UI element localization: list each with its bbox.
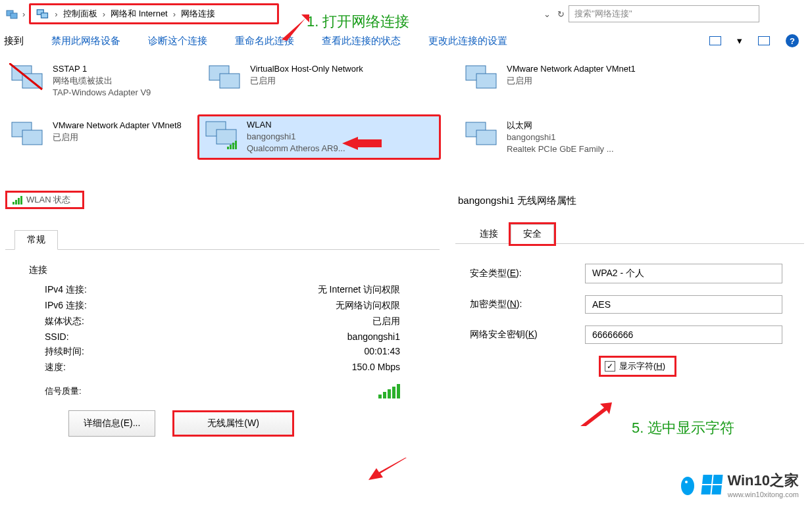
breadcrumb[interactable]: › 控制面板 › 网络和 Internet › 网络连接 <box>29 3 279 24</box>
toolbar-item[interactable]: 接到 <box>4 35 24 47</box>
search-input[interactable]: 搜索"网络连接" <box>569 5 759 22</box>
svg-marker-25 <box>580 402 612 426</box>
value-ipv4: 无 Internet 访问权限 <box>318 284 400 296</box>
connection-device: Realtek PCIe GbE Family ... <box>507 143 614 155</box>
connection-name: VMware Network Adapter VMnet1 <box>507 63 636 75</box>
toolbar-change-settings[interactable]: 更改此连接的设置 <box>428 35 507 47</box>
chevron-down-icon[interactable]: ⌄ <box>544 9 551 19</box>
network-adapter-icon <box>9 120 46 153</box>
details-button[interactable]: 详细信息(E)... <box>68 410 155 437</box>
dialog-title: WLAN 状态 <box>5 191 84 209</box>
value-duration: 00:01:43 <box>365 346 401 358</box>
network-adapter-icon <box>463 120 500 153</box>
svg-rect-1 <box>11 13 17 18</box>
checkbox-label: 显示字符(H) <box>619 360 665 372</box>
tab-security[interactable]: 安全 <box>511 224 554 244</box>
breadcrumb-item[interactable]: 网络连接 <box>181 8 215 20</box>
network-adapter-icon <box>203 119 240 152</box>
connection-status: bangongshi1 <box>247 131 345 143</box>
tab-general[interactable]: 常规 <box>14 230 58 250</box>
connection-name: SSTAP 1 <box>53 63 151 75</box>
signal-icon <box>13 196 22 204</box>
label-speed: 速度: <box>45 362 66 373</box>
connection-item[interactable]: VMware Network Adapter VMnet1 已启用 <box>461 60 711 99</box>
wireless-properties-button[interactable]: 无线属性(W) <box>172 410 294 437</box>
svg-rect-17 <box>232 143 234 149</box>
small-net-icon <box>36 9 49 19</box>
value-speed: 150.0 Mbps <box>352 362 400 373</box>
value-ipv6: 无网络访问权限 <box>336 300 400 312</box>
connection-status: bangongshi1 <box>507 132 614 143</box>
signal-icon <box>378 384 400 398</box>
label-security-type: 安全类型(E): <box>470 268 585 279</box>
connection-item[interactable]: VirtualBox Host-Only Network 已启用 <box>204 60 454 99</box>
label-encryption-type: 加密类型(N): <box>470 299 585 310</box>
network-adapter-icon <box>463 63 500 96</box>
security-type-dropdown[interactable]: WPA2 - 个人 <box>585 264 782 283</box>
connection-name: WLAN <box>247 119 345 131</box>
chevron-down-icon[interactable]: ▾ <box>737 35 742 47</box>
tab-connection[interactable]: 连接 <box>467 224 511 243</box>
arrow-icon <box>367 458 407 481</box>
label-network-key: 网络安全密钥(K) <box>470 329 585 341</box>
toolbar-view-status[interactable]: 查看此连接的状态 <box>322 35 401 47</box>
connection-status: 已启用 <box>507 75 636 87</box>
label-ssid: SSID: <box>45 331 69 342</box>
connections-grid: SSTAP 1 网络电缆被拔出 TAP-Windows Adapter V9 V… <box>0 54 812 185</box>
toolbar-disable-device[interactable]: 禁用此网络设备 <box>51 35 120 47</box>
chevron-right-icon: › <box>55 9 57 19</box>
svg-marker-23 <box>368 458 407 480</box>
svg-rect-8 <box>220 74 240 88</box>
breadcrumb-item[interactable]: 网络和 Internet <box>111 8 168 20</box>
value-media: 已启用 <box>372 316 400 327</box>
label-media: 媒体状态: <box>45 316 84 327</box>
chevron-right-icon: › <box>22 9 25 19</box>
breadcrumb-item[interactable]: 控制面板 <box>63 8 97 20</box>
network-key-input[interactable]: 66666666 <box>585 325 782 344</box>
encryption-type-dropdown[interactable]: AES <box>585 295 782 314</box>
label-ipv4: IPv4 连接: <box>45 284 87 296</box>
refresh-icon[interactable]: ↻ <box>557 9 565 19</box>
connection-device: TAP-Windows Adapter V9 <box>53 87 151 99</box>
connection-status: 已启用 <box>53 132 182 143</box>
network-adapter-icon <box>9 63 46 96</box>
wireless-properties-dialog: bangongshi1 无线网络属性 连接 安全 安全类型(E): WPA2 -… <box>455 191 804 383</box>
svg-rect-18 <box>235 141 237 149</box>
label-duration: 持续时间: <box>45 346 84 358</box>
connection-name: VMware Network Adapter VMnet8 <box>53 120 182 132</box>
address-bar: › › 控制面板 › 网络和 Internet › 网络连接 ⌄ ↻ 搜索"网络… <box>0 0 812 28</box>
connection-device: Qualcomm Atheros AR9... <box>247 143 345 155</box>
search-placeholder: 搜索"网络连接" <box>574 8 632 20</box>
connection-item-wlan[interactable]: WLAN bangongshi1 Qualcomm Atheros AR9... <box>197 114 441 160</box>
connection-item[interactable]: 以太网 bangongshi1 Realtek PCIe GbE Family … <box>461 117 711 158</box>
label-ipv6: IPv6 连接: <box>45 300 87 312</box>
toolbar-diagnose[interactable]: 诊断这个连接 <box>148 35 207 47</box>
logo-url: www.win10xitong.com <box>727 491 799 498</box>
toolbar-rename[interactable]: 重命名此连接 <box>235 35 294 47</box>
annotation-5: 5. 选中显示字符 <box>632 418 734 438</box>
checkbox-icon: ✓ <box>605 361 615 372</box>
connection-name: 以太网 <box>507 120 614 132</box>
properties-tabs: 连接 安全 <box>455 224 804 244</box>
view-details-icon[interactable] <box>758 36 770 45</box>
help-icon[interactable]: ? <box>786 34 799 47</box>
status-tabs: 常规 <box>5 230 440 250</box>
cartoon-icon <box>680 471 697 498</box>
dialog-title: bangongshi1 无线网络属性 <box>455 191 804 211</box>
show-characters-checkbox[interactable]: ✓ 显示字符(H) <box>599 356 676 377</box>
svg-rect-14 <box>216 130 236 144</box>
arrow-icon <box>580 402 613 426</box>
connection-status: 网络电缆被拔出 <box>53 75 151 87</box>
view-layout-icon[interactable] <box>709 36 721 45</box>
svg-rect-16 <box>230 145 232 149</box>
svg-rect-3 <box>41 13 48 18</box>
network-adapter-icon <box>207 63 243 96</box>
svg-rect-10 <box>476 74 496 88</box>
svg-rect-15 <box>227 147 229 149</box>
svg-rect-12 <box>22 130 42 145</box>
section-heading: 连接 <box>29 264 416 276</box>
value-ssid: bangongshi1 <box>347 331 400 342</box>
svg-point-26 <box>681 477 694 495</box>
wlan-status-dialog: WLAN 状态 常规 连接 IPv4 连接:无 Internet 访问权限 IP… <box>5 191 440 443</box>
svg-rect-20 <box>476 130 496 145</box>
